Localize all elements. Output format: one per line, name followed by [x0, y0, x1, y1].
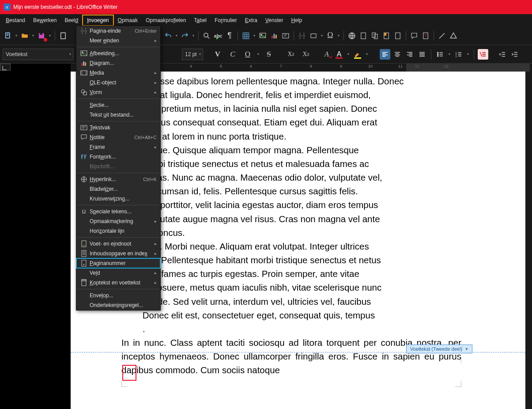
document-body-text[interactable]: sse dapibus lorem pellentesque magna. In… [121, 74, 461, 377]
footer-tab-button[interactable]: Voettekst (Tweede deel)▼ [406, 345, 472, 353]
basic-shapes-icon[interactable] [448, 30, 459, 41]
align-center-icon[interactable] [392, 49, 403, 60]
menu-formatting-mark[interactable]: Opmaakmarkering▸ [76, 216, 160, 226]
bookmark-icon[interactable] [381, 30, 392, 41]
svg-point-31 [81, 90, 85, 93]
formatting-marks-icon[interactable]: ¶ [224, 30, 235, 41]
menu-envelope[interactable]: Envelop... [76, 291, 160, 300]
increase-indent-icon[interactable] [509, 49, 520, 60]
menu-text-from-file[interactable]: Tekst uit bestand... [76, 110, 160, 120]
menu-signature-line[interactable]: Ondertekeningsregel... [76, 300, 160, 310]
table-icon[interactable] [241, 30, 251, 41]
superscript-button[interactable]: X2 [284, 48, 298, 61]
svg-rect-8 [274, 34, 275, 38]
menu-invoegen[interactable]: Invoegen [82, 15, 113, 26]
open-dropdown[interactable]: ▾ [31, 30, 35, 41]
shape-icon [78, 89, 90, 96]
undo-icon[interactable] [163, 30, 174, 41]
menu-tabel[interactable]: Tabel [190, 15, 211, 25]
chart-icon[interactable] [269, 30, 279, 41]
menu-image[interactable]: Afbeelding... [76, 49, 160, 58]
hyperlink-icon [78, 176, 90, 183]
svg-rect-14 [372, 33, 376, 38]
field-icon[interactable] [308, 30, 319, 41]
align-left-icon[interactable] [380, 49, 390, 60]
menu-fontwork[interactable]: Fontwork... [76, 152, 160, 162]
ruler-corner [0, 64, 11, 71]
menu-bestand[interactable]: Bestand [2, 15, 29, 25]
subscript-button[interactable]: X2 [299, 48, 313, 61]
clear-formatting-icon[interactable]: A✕ [321, 49, 332, 60]
menu-media[interactable]: Media▸ [76, 68, 160, 78]
font-size-combo[interactable]: 12 pt▾ [182, 49, 203, 60]
align-right-icon[interactable] [404, 49, 415, 60]
page-break-icon [78, 27, 90, 34]
menu-textbox[interactable]: Tekstvak [76, 123, 160, 133]
menu-help[interactable]: Help [287, 15, 306, 25]
menu-bookmark[interactable]: Bladwijzer... [76, 184, 160, 194]
save-dropdown[interactable]: ▾ [48, 30, 52, 41]
page-break-icon[interactable] [297, 30, 307, 41]
bullet-list-icon[interactable] [435, 49, 445, 60]
menu-page-number[interactable]: #Paginanummer [76, 258, 160, 268]
paragraph-style-combo[interactable]: Voettekst▾ [3, 49, 73, 60]
menu-chart[interactable]: Diagram... [76, 58, 160, 68]
menu-footnote-endnote[interactable]: Voet- en eindnoot▸ [76, 239, 160, 249]
new-doc-dropdown[interactable]: ▾ [14, 30, 19, 41]
menu-frame[interactable]: Frame▸ [76, 142, 160, 152]
new-doc-icon[interactable] [3, 30, 13, 41]
svg-rect-11 [311, 34, 316, 38]
menu-header-footer[interactable]: Koptekst en voettekst▸ [76, 278, 160, 288]
menu-caption: Bijschrift... [76, 162, 160, 171]
redo-icon[interactable] [180, 30, 190, 41]
menu-venster[interactable]: Venster [261, 15, 287, 25]
menu-special-char[interactable]: ΩSpeciale tekens... [76, 207, 160, 216]
track-changes-icon[interactable] [420, 30, 431, 41]
special-char-icon[interactable]: Ω [325, 30, 336, 41]
bold-button[interactable]: V [211, 48, 224, 61]
line-icon[interactable] [437, 30, 447, 41]
menu-hyperlink[interactable]: Hyperlink...Ctrl+K [76, 174, 160, 184]
numbered-list-icon[interactable]: 123 [453, 49, 464, 60]
menu-formulier[interactable]: Formulier [211, 15, 241, 25]
menu-comment[interactable]: NotitieCtrl+Alt+C [76, 133, 160, 142]
menu-opmaakprofielen[interactable]: Opmaakprofielen [142, 15, 190, 25]
menu-field[interactable]: Veld▸ [76, 268, 160, 278]
menu-ole-object[interactable]: OLE-object▸ [76, 78, 160, 87]
no-list-icon[interactable] [478, 49, 488, 60]
textbox-icon[interactable] [280, 30, 291, 41]
italic-button[interactable]: C [226, 48, 239, 61]
export-pdf-icon[interactable] [58, 30, 68, 41]
footnote-icon[interactable] [358, 30, 369, 41]
svg-rect-36 [82, 250, 86, 257]
comment-icon[interactable] [409, 30, 419, 41]
menu-beeld[interactable]: Beeld [60, 15, 82, 25]
highlight-color-icon[interactable] [352, 49, 363, 60]
font-color-icon[interactable]: A [334, 49, 344, 60]
menu-page-break[interactable]: Pagina-eindeCtrl+Enter [76, 26, 160, 36]
image-icon[interactable] [257, 30, 268, 41]
menu-section[interactable]: Sectie... [76, 100, 160, 110]
menu-crossref[interactable]: Kruisverwijzing... [76, 194, 160, 204]
menu-bewerken[interactable]: Bewerken [29, 15, 60, 25]
menu-opmaak[interactable]: Opmaak [114, 15, 142, 25]
save-icon[interactable] [36, 30, 47, 41]
menu-extra[interactable]: Extra [241, 15, 261, 25]
open-icon[interactable] [19, 30, 30, 41]
app-icon: ≡ [4, 4, 11, 11]
strikethrough-button[interactable]: S [262, 48, 275, 61]
underline-button[interactable]: O [241, 48, 254, 61]
decrease-indent-icon[interactable] [497, 49, 508, 60]
menu-more-breaks[interactable]: Meer einden▸ [76, 36, 160, 45]
menu-toc-index[interactable]: Inhoudsopgave en index▸ [76, 249, 160, 258]
textbox-icon [78, 124, 90, 131]
hyperlink-icon[interactable] [347, 30, 357, 41]
spellcheck-icon[interactable]: abc✓ [213, 30, 223, 41]
find-icon[interactable] [201, 30, 212, 41]
crossref-icon[interactable] [392, 30, 403, 41]
endnote-icon[interactable] [370, 30, 380, 41]
svg-point-19 [438, 52, 438, 53]
menu-shape[interactable]: Vorm▸ [76, 87, 160, 97]
menu-horizontal-line[interactable]: Horizontale lijn [76, 226, 160, 236]
align-justify-icon[interactable] [417, 49, 427, 60]
